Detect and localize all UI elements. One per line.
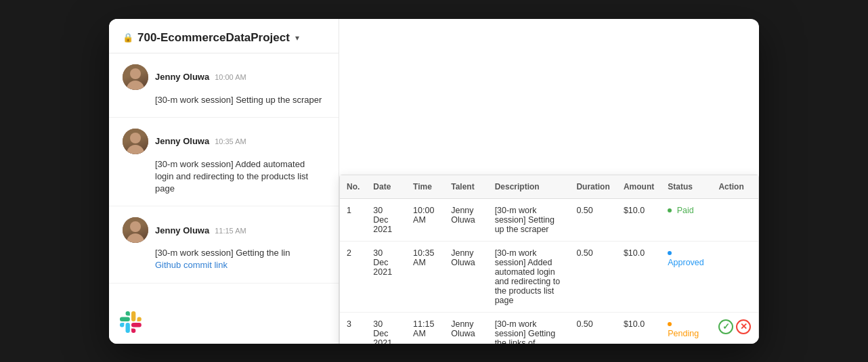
main-window: 🔒 700-EcommerceDataProject ▾ Jenny Oluwa… [109, 19, 759, 344]
col-header-status: Status [661, 175, 712, 199]
status-badge: Approved [668, 258, 704, 267]
timestamp: 10:35 AM [215, 137, 246, 145]
sender-name: Jenny Oluwa [155, 225, 209, 235]
message-list: Jenny Oluwa 10:00 AM [30-m work session]… [109, 53, 339, 284]
github-commit-link[interactable]: Github commit link [155, 260, 227, 270]
sender-name: Jenny Oluwa [155, 72, 209, 82]
row-action [712, 198, 758, 241]
row-action: ✓ ✕ [712, 312, 758, 344]
message-header: Jenny Oluwa 10:00 AM [123, 64, 325, 90]
row-date: 30 Dec 2021 [366, 312, 406, 344]
row-talent: Jenny Oluwa [444, 312, 487, 344]
col-header-amount: Amount [617, 175, 661, 199]
left-panel: 🔒 700-EcommerceDataProject ▾ Jenny Oluwa… [109, 19, 339, 344]
row-amount: $10.0 [617, 241, 661, 312]
row-description: [30-m work session] Added automated logi… [488, 241, 570, 312]
message-text: [30-m work session] Setting up the scrap… [155, 94, 325, 106]
col-header-time: Time [406, 175, 444, 199]
list-item: Jenny Oluwa 10:00 AM [30-m work session]… [109, 53, 339, 118]
invoices-table: No. Date Time Talent Description Duratio… [340, 175, 758, 344]
invoices-table-panel: No. Date Time Talent Description Duratio… [339, 175, 759, 344]
approve-button[interactable]: ✓ [718, 319, 733, 334]
row-time: 10:35 AM [406, 241, 444, 312]
row-status: Pending [661, 312, 712, 344]
row-action [712, 241, 758, 312]
message-meta: Jenny Oluwa 10:35 AM [155, 136, 246, 146]
message-text: [30-m work session] Added automated logi… [155, 158, 325, 196]
list-item: Jenny Oluwa 10:35 AM [30-m work session]… [109, 118, 339, 207]
list-item: Jenny Oluwa 11:15 AM [30-m work session]… [109, 206, 339, 283]
table-header-row: No. Date Time Talent Description Duratio… [340, 175, 758, 199]
row-status: Paid [661, 198, 712, 241]
col-header-date: Date [366, 175, 406, 199]
table-row: 2 30 Dec 2021 10:35 AM Jenny Oluwa [30-m… [340, 241, 758, 312]
avatar [123, 64, 148, 90]
lock-icon: 🔒 [123, 32, 133, 43]
col-header-duration: Duration [569, 175, 617, 199]
message-text: [30-m work session] Getting the lin Gith… [155, 247, 325, 271]
row-duration: 0.50 [569, 312, 617, 344]
row-talent: Jenny Oluwa [444, 198, 487, 241]
status-dot-approved [668, 251, 672, 255]
sender-name: Jenny Oluwa [155, 136, 209, 146]
project-header: 🔒 700-EcommerceDataProject ▾ [109, 19, 339, 53]
row-no: 1 [340, 198, 366, 241]
row-amount: $10.0 [617, 312, 661, 344]
table-row: 3 30 Dec 2021 11:15 AM Jenny Oluwa [30-m… [340, 312, 758, 344]
reject-button[interactable]: ✕ [736, 319, 751, 334]
status-badge: Pending [668, 329, 699, 338]
row-amount: $10.0 [617, 198, 661, 241]
row-no: 2 [340, 241, 366, 312]
row-duration: 0.50 [569, 198, 617, 241]
message-meta: Jenny Oluwa 10:00 AM [155, 72, 246, 82]
status-dot-paid [668, 208, 672, 212]
message-meta: Jenny Oluwa 11:15 AM [155, 225, 246, 235]
timestamp: 10:00 AM [215, 73, 246, 81]
row-duration: 0.50 [569, 241, 617, 312]
message-header: Jenny Oluwa 11:15 AM [123, 217, 325, 243]
message-header: Jenny Oluwa 10:35 AM [123, 129, 325, 154]
col-header-action: Action [712, 175, 758, 199]
project-title: 700-EcommerceDataProject [137, 31, 290, 45]
avatar [123, 129, 148, 154]
row-time: 10:00 AM [406, 198, 444, 241]
row-description: [30-m work session] Setting up the scrap… [488, 198, 570, 241]
row-date: 30 Dec 2021 [366, 198, 406, 241]
col-header-talent: Talent [444, 175, 487, 199]
timestamp: 11:15 AM [215, 227, 246, 235]
row-status: Approved [661, 241, 712, 312]
status-badge: Paid [677, 206, 694, 215]
row-description: [30-m work session] Getting the links of… [488, 312, 570, 344]
row-talent: Jenny Oluwa [444, 241, 487, 312]
avatar [123, 217, 148, 243]
chevron-down-icon[interactable]: ▾ [295, 33, 299, 43]
row-time: 11:15 AM [406, 312, 444, 344]
slack-logo [120, 311, 142, 333]
status-dot-pending [668, 322, 672, 326]
col-header-description: Description [488, 175, 570, 199]
action-buttons: ✓ ✕ [718, 319, 752, 334]
col-header-no: No. [340, 175, 366, 199]
table-row: 1 30 Dec 2021 10:00 AM Jenny Oluwa [30-m… [340, 198, 758, 241]
row-date: 30 Dec 2021 [366, 241, 406, 312]
row-no: 3 [340, 312, 366, 344]
